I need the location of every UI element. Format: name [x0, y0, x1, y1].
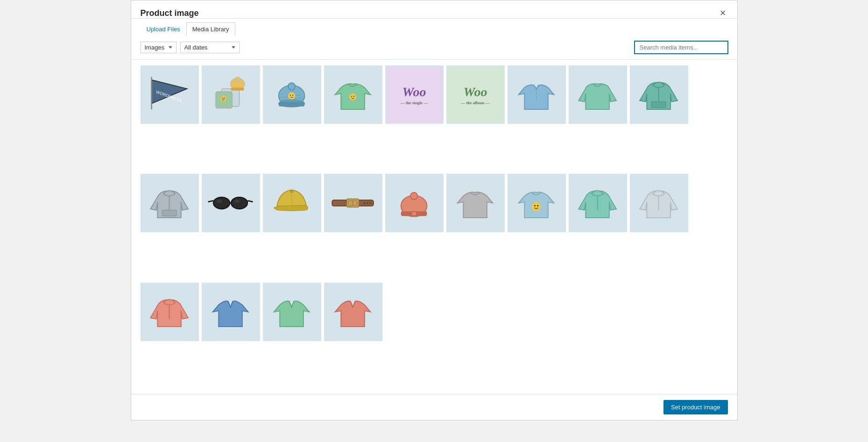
svg-point-44	[410, 192, 417, 200]
media-grid: WORDPRESS	[131, 60, 737, 394]
media-item[interactable]	[141, 283, 199, 341]
svg-point-47	[534, 205, 536, 207]
media-item[interactable]	[446, 174, 505, 232]
toolbar: Images Audio Video All dates January 202…	[131, 36, 737, 60]
set-product-image-button[interactable]: Set product image	[663, 400, 728, 414]
svg-line-29	[208, 201, 213, 202]
media-item[interactable]	[630, 174, 688, 232]
modal-footer: Set product image	[131, 394, 737, 420]
media-item[interactable]	[263, 283, 321, 341]
svg-point-22	[353, 96, 354, 97]
media-item[interactable]	[141, 174, 199, 232]
media-item[interactable]	[385, 174, 444, 232]
media-item[interactable]	[202, 174, 260, 232]
media-item[interactable]: Woo — the single —	[385, 65, 444, 124]
svg-point-32	[234, 200, 240, 203]
media-item[interactable]	[324, 283, 382, 341]
product-image-modal: Product image × Upload Files Media Libra…	[131, 0, 738, 421]
svg-rect-45	[412, 212, 416, 216]
svg-point-14	[288, 83, 295, 90]
media-item[interactable]	[263, 65, 321, 124]
modal-title: Product image	[141, 8, 199, 18]
svg-point-26	[213, 197, 230, 209]
filter-type-select[interactable]: Images Audio Video	[141, 42, 176, 53]
media-item[interactable]	[569, 174, 627, 232]
media-item[interactable]: Woo — the album —	[446, 65, 505, 124]
media-item[interactable]	[202, 65, 260, 124]
tab-bar: Upload Files Media Library	[131, 19, 737, 36]
svg-point-9	[222, 98, 223, 99]
svg-point-18	[290, 95, 291, 96]
svg-point-46	[532, 202, 541, 211]
svg-point-31	[217, 200, 223, 203]
svg-line-30	[248, 201, 253, 202]
media-item[interactable]	[263, 174, 321, 232]
svg-point-27	[231, 197, 247, 209]
media-item[interactable]	[324, 174, 382, 232]
svg-point-48	[537, 205, 539, 207]
svg-point-7	[235, 77, 240, 82]
svg-point-10	[224, 98, 225, 99]
svg-point-19	[292, 95, 293, 96]
media-item[interactable]	[508, 174, 566, 232]
media-item[interactable]	[202, 283, 260, 341]
svg-rect-6	[231, 87, 244, 90]
media-item[interactable]	[569, 65, 627, 124]
media-item[interactable]	[324, 65, 382, 124]
svg-point-17	[288, 92, 295, 99]
media-item[interactable]	[630, 65, 688, 124]
modal-header: Product image ×	[131, 0, 737, 19]
svg-point-39	[364, 202, 366, 204]
svg-rect-13	[279, 102, 305, 107]
tab-upload[interactable]: Upload Files	[141, 22, 186, 36]
svg-point-8	[220, 96, 226, 102]
svg-point-40	[367, 202, 369, 204]
search-input[interactable]	[635, 41, 728, 54]
svg-point-41	[370, 202, 372, 204]
media-item[interactable]: WORDPRESS	[141, 65, 199, 124]
close-button[interactable]: ×	[718, 8, 728, 18]
filter-date-select[interactable]: All dates January 2024 December 2023	[180, 42, 240, 53]
media-item[interactable]	[508, 65, 566, 124]
svg-point-20	[349, 93, 356, 100]
toolbar-filters: Images Audio Video All dates January 202…	[141, 42, 240, 53]
svg-point-21	[351, 96, 352, 97]
tab-media-library[interactable]: Media Library	[186, 22, 235, 36]
